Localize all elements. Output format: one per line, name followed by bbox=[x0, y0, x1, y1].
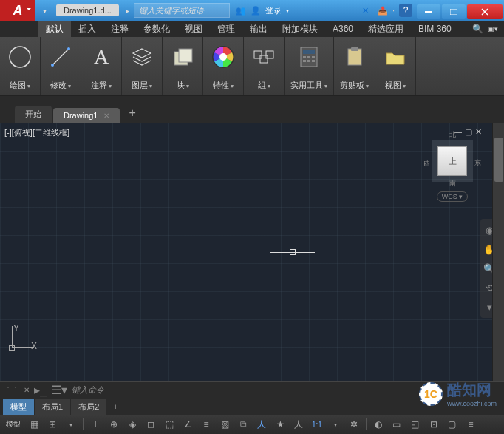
tab-model[interactable]: 模型 bbox=[3, 399, 34, 415]
ribbon-group-group[interactable]: 组▾ bbox=[244, 37, 285, 95]
hardware-icon[interactable]: ⊡ bbox=[426, 417, 442, 432]
tab-bim360[interactable]: BIM 360 bbox=[411, 21, 459, 36]
close-icon[interactable]: ✕ bbox=[103, 112, 109, 120]
window-controls bbox=[417, 2, 504, 19]
dropdown-icon[interactable]: ▾ bbox=[63, 417, 79, 432]
dropdown-icon[interactable]: ▾ bbox=[327, 417, 344, 432]
search-icon[interactable]: 🔍 bbox=[472, 24, 483, 34]
user-icon: 👤 bbox=[251, 6, 261, 16]
tab-start[interactable]: 开始 bbox=[15, 106, 52, 123]
gear-icon[interactable]: ✲ bbox=[346, 417, 362, 432]
tab-addins[interactable]: 附加模块 bbox=[275, 21, 325, 38]
tab-layout1[interactable]: 布局1 bbox=[35, 399, 70, 415]
monitor-icon[interactable]: ▭ bbox=[389, 417, 405, 432]
document-tabs: 开始 Drawing1 ✕ + bbox=[0, 105, 504, 123]
maximize-button[interactable] bbox=[442, 4, 466, 19]
ribbon-group-draw[interactable]: 绘图▾ bbox=[0, 37, 41, 95]
ribbon-group-properties[interactable]: 特性▾ bbox=[203, 37, 244, 95]
ribbon-group-layers[interactable]: 图层▾ bbox=[122, 37, 163, 95]
new-tab-button[interactable]: + bbox=[121, 104, 143, 123]
ribbon-group-modify[interactable]: 修改▾ bbox=[41, 37, 81, 95]
dropdown-icon[interactable]: ▸ bbox=[122, 4, 134, 16]
svg-rect-19 bbox=[307, 60, 310, 62]
svg-point-2 bbox=[10, 47, 30, 67]
login-area[interactable]: 👥 👤 登录 ▾ bbox=[236, 5, 289, 16]
svg-rect-22 bbox=[351, 47, 358, 51]
a360-icon[interactable]: 📤 bbox=[378, 6, 388, 16]
svg-rect-16 bbox=[307, 56, 310, 58]
cycling-icon[interactable]: ⧉ bbox=[235, 417, 251, 432]
drawing-wrapper: [-][俯视][二维线框] — ▢ ✕ 北 西 上 东 南 WCS ▾ ◉ ✋ bbox=[0, 123, 504, 381]
help-icon[interactable]: ? bbox=[399, 4, 412, 17]
svg-rect-21 bbox=[348, 49, 361, 65]
ribbon-collapse-icon[interactable]: ▣▾ bbox=[488, 25, 498, 33]
circle-icon bbox=[6, 43, 34, 71]
svg-rect-14 bbox=[303, 50, 315, 54]
tab-a360[interactable]: A360 bbox=[325, 21, 361, 36]
tab-drawing1[interactable]: Drawing1 ✕ bbox=[53, 108, 120, 123]
app-logo[interactable]: A bbox=[0, 0, 35, 21]
osnap-icon[interactable]: ◻ bbox=[143, 417, 159, 432]
customize-icon[interactable]: ≡ bbox=[463, 417, 479, 432]
login-label: 登录 bbox=[265, 5, 282, 16]
ribbon-group-block[interactable]: 块▾ bbox=[163, 37, 203, 95]
viewport-label[interactable]: [-][俯视][二维线框] bbox=[4, 127, 69, 138]
tab-annotate[interactable]: 注释 bbox=[103, 21, 136, 38]
tab-view[interactable]: 视图 bbox=[177, 21, 210, 38]
color-wheel-icon bbox=[209, 43, 237, 71]
anno2-icon[interactable]: ★ bbox=[272, 417, 288, 432]
otrack-icon[interactable]: ∠ bbox=[180, 417, 196, 432]
lineweight-icon[interactable]: ≡ bbox=[198, 417, 214, 432]
drawing-canvas[interactable]: [-][俯视][二维线框] — ▢ ✕ 北 西 上 东 南 WCS ▾ ◉ ✋ bbox=[0, 123, 504, 381]
layers-icon bbox=[128, 43, 156, 71]
transparency-icon[interactable]: ▨ bbox=[217, 417, 233, 432]
polar-icon[interactable]: ⊕ bbox=[106, 417, 122, 432]
ribbon-group-view[interactable]: 视图▾ bbox=[375, 37, 416, 95]
ribbon: 绘图▾ 修改▾ A 注释▾ 图层▾ 块▾ 特性▾ 组▾ 实用工具▾ bbox=[0, 37, 504, 96]
svg-rect-0 bbox=[425, 11, 432, 13]
isolate-icon[interactable]: ◱ bbox=[407, 417, 423, 432]
minimize-button[interactable] bbox=[417, 4, 440, 19]
prompt-icon: ▸_ bbox=[34, 383, 47, 397]
group-icon bbox=[250, 43, 278, 71]
snap-toggle-icon[interactable]: ⊞ bbox=[44, 417, 61, 432]
3dosnap-icon[interactable]: ⬚ bbox=[161, 417, 177, 432]
tab-layout2[interactable]: 布局2 bbox=[71, 399, 106, 415]
document-title[interactable]: Drawing1.d... bbox=[56, 4, 119, 16]
workspace-icon[interactable]: ◐ bbox=[370, 417, 386, 432]
wcs-label[interactable]: WCS ▾ bbox=[437, 191, 469, 202]
viewcube-face[interactable]: 上 bbox=[437, 146, 467, 176]
anno-icon[interactable]: 人 bbox=[253, 417, 270, 432]
ribbon-group-clipboard[interactable]: 剪贴板▾ bbox=[334, 37, 375, 95]
close-icon[interactable]: ✕ bbox=[24, 386, 30, 394]
tab-parametric[interactable]: 参数化 bbox=[136, 21, 177, 38]
ribbon-group-annotation[interactable]: A 注释▾ bbox=[81, 37, 122, 95]
tab-output[interactable]: 输出 bbox=[242, 21, 275, 38]
svg-point-4 bbox=[51, 64, 54, 67]
tab-featured[interactable]: 精选应用 bbox=[361, 21, 411, 38]
app-window: A ▾ Drawing1.d... ▸ 键入关键字或短语 👥 👤 登录 ▾ ✕ … bbox=[0, 0, 504, 434]
tab-insert[interactable]: 插入 bbox=[71, 21, 103, 38]
anno3-icon[interactable]: 人 bbox=[290, 417, 307, 432]
grid-toggle-icon[interactable]: ▦ bbox=[26, 417, 42, 432]
viewcube[interactable]: 北 西 上 东 南 WCS ▾ bbox=[426, 130, 478, 202]
exchange-icon[interactable]: ✕ bbox=[362, 6, 369, 16]
close-button[interactable] bbox=[467, 4, 503, 19]
ribbon-group-utilities[interactable]: 实用工具▾ bbox=[285, 37, 334, 95]
grip-icon[interactable]: ⋮⋮ bbox=[4, 386, 19, 394]
line-icon bbox=[47, 43, 75, 71]
qat-dropdown-icon[interactable]: ▾ bbox=[38, 4, 50, 16]
sb-model-button[interactable]: 模型 bbox=[3, 419, 24, 430]
help-search-input[interactable]: 键入关键字或短语 bbox=[134, 3, 230, 18]
vertical-scrollbar[interactable] bbox=[492, 123, 504, 381]
isodraft-icon[interactable]: ◈ bbox=[124, 417, 140, 432]
add-layout-button[interactable]: + bbox=[107, 400, 123, 413]
tab-default[interactable]: 默认 bbox=[38, 21, 71, 38]
svg-rect-18 bbox=[303, 60, 306, 62]
cleanscreen-icon[interactable]: ▢ bbox=[444, 417, 460, 432]
tab-manage[interactable]: 管理 bbox=[210, 21, 242, 38]
titlebar: A ▾ Drawing1.d... ▸ 键入关键字或短语 👥 👤 登录 ▾ ✕ … bbox=[0, 0, 504, 21]
ortho-icon[interactable]: ⊥ bbox=[87, 417, 103, 432]
scale-display[interactable]: 1:1 bbox=[309, 421, 325, 429]
customize-icon[interactable]: ☰▾ bbox=[51, 383, 67, 397]
